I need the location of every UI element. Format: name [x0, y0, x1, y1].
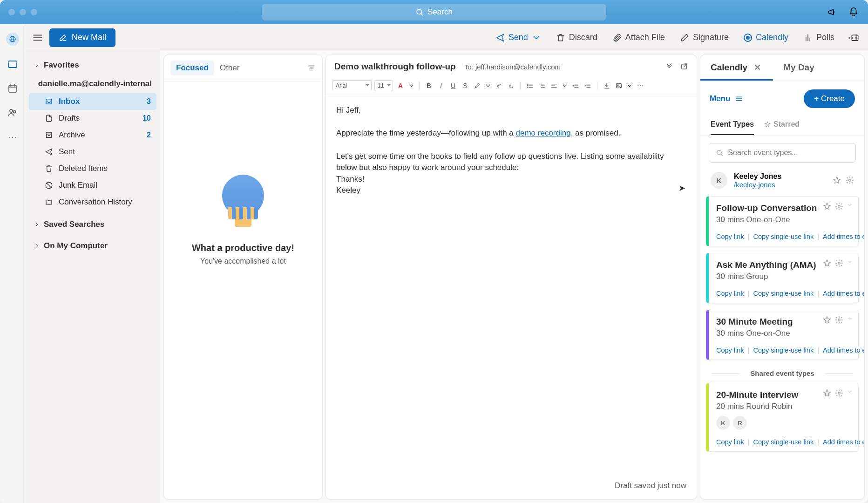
more-format-button[interactable]: ⋯ [636, 81, 645, 90]
chevron-down-icon[interactable] [847, 259, 853, 265]
new-mail-button[interactable]: New Mail [49, 28, 115, 47]
send-button[interactable]: Send [491, 28, 546, 47]
subtab-event-types[interactable]: Event Types [711, 116, 754, 135]
maximize-dot[interactable] [31, 9, 37, 15]
chevron-down-icon[interactable] [562, 82, 568, 89]
subject-field[interactable]: Demo walkthrough follow-up [334, 61, 456, 72]
number-list-button[interactable]: 1 [537, 81, 547, 90]
copy-link[interactable]: Copy link [716, 290, 744, 297]
folder-junk-email[interactable]: Junk Email [29, 177, 156, 194]
copy-link[interactable]: Copy link [716, 347, 744, 354]
calendly-button[interactable]: Calendly [739, 28, 793, 47]
mail-icon[interactable] [7, 59, 18, 70]
announce-icon[interactable] [827, 7, 837, 17]
compose-body[interactable]: Hi Jeff, Appreciate the time yesterday—f… [326, 96, 697, 499]
strike-button[interactable]: S [461, 81, 470, 90]
bell-icon[interactable] [848, 7, 859, 17]
tab-other[interactable]: Other [214, 61, 245, 75]
add-times[interactable]: Add times to email [823, 438, 864, 446]
folder-conversation-history[interactable]: Conversation History [29, 194, 156, 211]
to-field[interactable]: To: jeff.hardison@calendly.com [464, 63, 561, 71]
menu-button[interactable]: Menu [710, 94, 730, 103]
folder-sent[interactable]: Sent [29, 143, 156, 160]
copy-link[interactable]: Copy link [716, 438, 744, 446]
chevron-down-icon[interactable] [847, 202, 853, 208]
chevron-down-icon[interactable] [626, 82, 633, 89]
copy-single-link[interactable]: Copy single-use link [753, 233, 814, 240]
signature-button[interactable]: Signature [675, 28, 733, 47]
create-button[interactable]: + Create [804, 89, 855, 108]
align-button[interactable] [549, 81, 559, 90]
attach-button[interactable]: Attach File [608, 28, 670, 47]
panel-toggle-icon[interactable] [850, 33, 860, 42]
saved-searches-header[interactable]: Saved Searches [29, 215, 156, 234]
event-card[interactable]: Ask Me Anything (AMA) 30 mins Group Copy… [706, 253, 859, 303]
star-icon[interactable] [823, 389, 831, 397]
event-card[interactable]: Follow-up Conversation 30 mins One-on-On… [706, 196, 859, 246]
close-dot[interactable] [8, 9, 15, 15]
subtab-starred[interactable]: Starred [764, 116, 800, 135]
indent-button[interactable] [583, 81, 592, 90]
event-card[interactable]: 30 Minute Meeting 30 mins One-on-One Cop… [706, 310, 859, 360]
tab-calendly[interactable]: Calendly ✕ [700, 55, 773, 81]
event-search-input[interactable] [728, 149, 849, 157]
image-button[interactable] [614, 81, 624, 90]
filter-icon[interactable] [307, 64, 316, 72]
font-family-select[interactable]: Arial [332, 80, 372, 91]
folder-drafts[interactable]: Drafts10 [29, 110, 156, 127]
star-icon[interactable] [823, 316, 831, 324]
bold-button[interactable]: B [424, 81, 434, 90]
calendar-icon[interactable] [7, 83, 18, 94]
globe-icon[interactable] [6, 33, 19, 46]
event-search[interactable] [709, 143, 856, 163]
minimize-dot[interactable] [20, 9, 26, 15]
expand-icon[interactable] [665, 62, 673, 71]
chevron-down-icon[interactable] [408, 82, 414, 89]
copy-link[interactable]: Copy link [716, 233, 744, 240]
gear-icon[interactable] [835, 202, 843, 211]
add-times[interactable]: Add times to email [823, 233, 864, 240]
folder-archive[interactable]: Archive2 [29, 127, 156, 143]
account-header[interactable]: danielle.ma@calendly-internal [29, 75, 156, 93]
gear-icon[interactable] [846, 176, 854, 184]
more-apps-icon[interactable]: ⋯ [7, 131, 18, 143]
superscript-button[interactable]: x² [494, 81, 503, 90]
popout-icon[interactable] [680, 62, 688, 71]
bullet-list-button[interactable] [525, 81, 535, 90]
favorites-header[interactable]: Favorites [29, 56, 156, 75]
tab-myday[interactable]: My Day [773, 55, 825, 81]
star-icon[interactable] [823, 202, 831, 211]
close-icon[interactable]: ✕ [752, 62, 763, 73]
chevron-down-icon[interactable] [847, 316, 853, 321]
gear-icon[interactable] [835, 389, 843, 397]
star-icon[interactable] [823, 259, 831, 267]
chevron-down-icon[interactable] [847, 389, 853, 394]
menu-icon[interactable] [735, 95, 743, 103]
on-my-computer-header[interactable]: On My Computer [29, 237, 156, 255]
polls-button[interactable]: Polls [799, 28, 839, 47]
discard-button[interactable]: Discard [551, 28, 602, 47]
star-icon[interactable] [833, 176, 841, 184]
event-card[interactable]: 20-Minute Interview 20 mins Round Robin … [706, 383, 859, 452]
gear-icon[interactable] [835, 316, 843, 324]
font-size-select[interactable]: 11 [374, 80, 393, 91]
hamburger-icon[interactable] [32, 32, 44, 44]
people-icon[interactable] [7, 107, 18, 118]
underline-button[interactable]: U [448, 81, 458, 90]
chevron-down-icon[interactable] [532, 33, 541, 42]
folder-deleted-items[interactable]: Deleted Items [29, 160, 156, 177]
chevron-down-icon[interactable] [485, 82, 491, 89]
tab-focused[interactable]: Focused [170, 61, 214, 75]
add-times[interactable]: Add times to email [823, 290, 864, 297]
highlight-button[interactable] [473, 81, 482, 90]
gear-icon[interactable] [835, 259, 843, 267]
copy-single-link[interactable]: Copy single-use link [753, 347, 814, 354]
copy-single-link[interactable]: Copy single-use link [753, 438, 814, 446]
italic-button[interactable]: I [436, 81, 446, 90]
folder-inbox[interactable]: Inbox3 [29, 93, 156, 110]
demo-recording-link[interactable]: demo recording [516, 129, 571, 137]
subscript-button[interactable]: x₂ [506, 81, 515, 90]
global-search[interactable]: Search [262, 4, 606, 20]
font-color-button[interactable]: A [396, 81, 405, 90]
attach-inline-button[interactable] [602, 81, 611, 90]
